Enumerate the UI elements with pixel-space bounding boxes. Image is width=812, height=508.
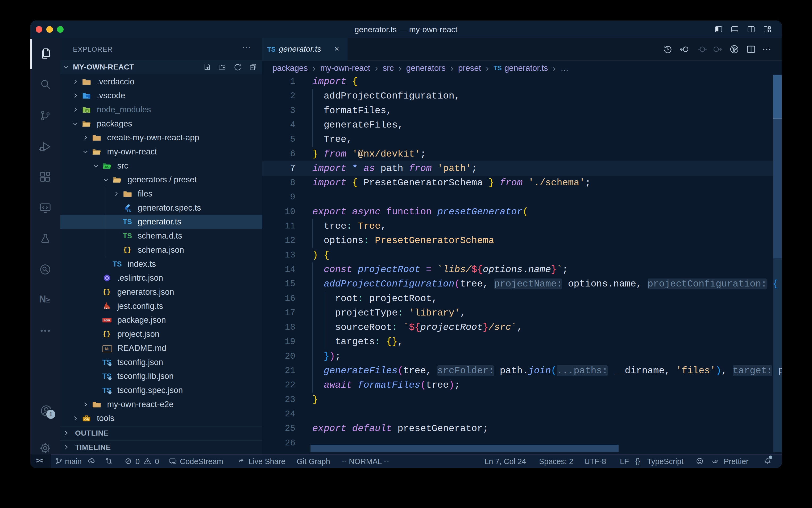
svg-text:js: js (86, 110, 88, 112)
svg-text:</>: </> (104, 165, 109, 169)
svg-text:TS: TS (126, 209, 131, 212)
